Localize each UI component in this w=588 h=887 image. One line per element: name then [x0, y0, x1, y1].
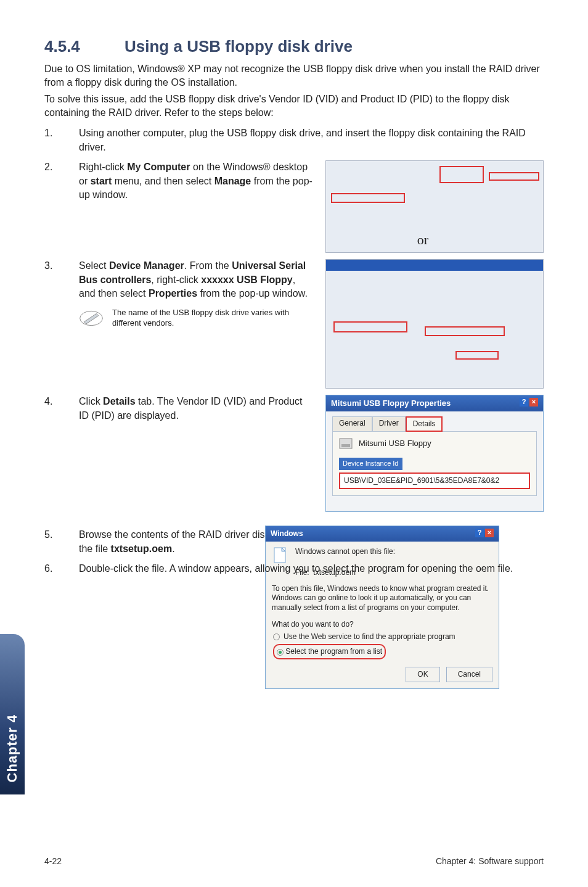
chapter-tab: Chapter 4	[0, 634, 25, 794]
what-do-you-want: What do you want to do?	[272, 619, 492, 630]
windows-dialog-title: Windows	[271, 529, 303, 539]
windows-open-with-dialog: Windows ?× Windows cannot open this file…	[265, 526, 499, 689]
radio-web-service[interactable]: Use the Web service to find the appropri…	[273, 632, 492, 642]
step-1: Using another computer, plug the USB flo…	[44, 126, 544, 154]
section-number: 4.5.4	[44, 37, 125, 56]
titlebar-buttons: ?×	[475, 529, 494, 539]
svg-rect-2	[341, 444, 350, 447]
step-4: Click Details tab. The Vendor ID (VID) a…	[44, 395, 544, 512]
intro-paragraph-2: To solve this issue, add the USB floppy …	[44, 93, 544, 119]
step-1-text: Using another computer, plug the USB flo…	[79, 128, 526, 152]
screenshot-device-manager	[325, 259, 544, 389]
close-icon[interactable]: ×	[529, 398, 538, 406]
tab-general[interactable]: General	[332, 416, 372, 432]
properties-title: Mitsumi USB Floppy Properties	[331, 398, 451, 409]
device-instance-id: USB\VID_03EE&PID_6901\5&35EDA8E7&0&2	[339, 472, 530, 489]
step-3: Select Device Manager. From the Universa…	[44, 259, 544, 389]
ok-button[interactable]: OK	[406, 667, 439, 682]
combo-label[interactable]: Device Instance Id	[339, 458, 402, 469]
close-icon[interactable]: ×	[485, 529, 494, 537]
section-heading: 4.5.4Using a USB floppy disk drive	[44, 37, 544, 56]
pencil-icon	[79, 308, 104, 329]
step-6: Double-click the file. A window appears,…	[44, 562, 544, 576]
properties-dialog: Mitsumi USB Floppy Properties ?× General…	[325, 395, 544, 512]
floppy-icon	[339, 438, 353, 449]
help-icon[interactable]: ?	[520, 398, 528, 406]
note-box: The name of the USB floppy disk drive va…	[79, 308, 313, 329]
tab-driver[interactable]: Driver	[372, 416, 406, 432]
footer-right: Chapter 4: Software support	[436, 856, 544, 866]
help-icon[interactable]: ?	[475, 529, 484, 537]
radio-select-program[interactable]: Select the program from a list	[273, 644, 492, 659]
or-label: or	[417, 231, 428, 250]
step-6-text: Double-click the file. A window appears,…	[79, 563, 513, 574]
screenshot-context-menu: or	[325, 160, 544, 253]
file-icon	[272, 547, 289, 564]
device-name: Mitsumi USB Floppy	[359, 438, 431, 449]
cannot-open-message: Windows cannot open this file:	[295, 547, 395, 557]
intro-paragraph-1: Due to OS limitation, Windows® XP may no…	[44, 62, 544, 89]
open-with-paragraph: To open this file, Windows needs to know…	[272, 584, 492, 613]
titlebar-buttons: ?×	[520, 398, 538, 409]
step-5: Browse the contents of the RAID driver d…	[44, 528, 544, 556]
chapter-tab-label: Chapter 4	[4, 714, 20, 782]
tab-details[interactable]: Details	[406, 416, 443, 432]
step-2: Right-click My Computer on the Windows® …	[44, 160, 544, 253]
section-title: Using a USB floppy disk drive	[125, 37, 353, 56]
note-text: The name of the USB floppy disk drive va…	[112, 308, 313, 329]
page-number: 4-22	[44, 856, 62, 866]
cancel-button[interactable]: Cancel	[446, 667, 492, 682]
